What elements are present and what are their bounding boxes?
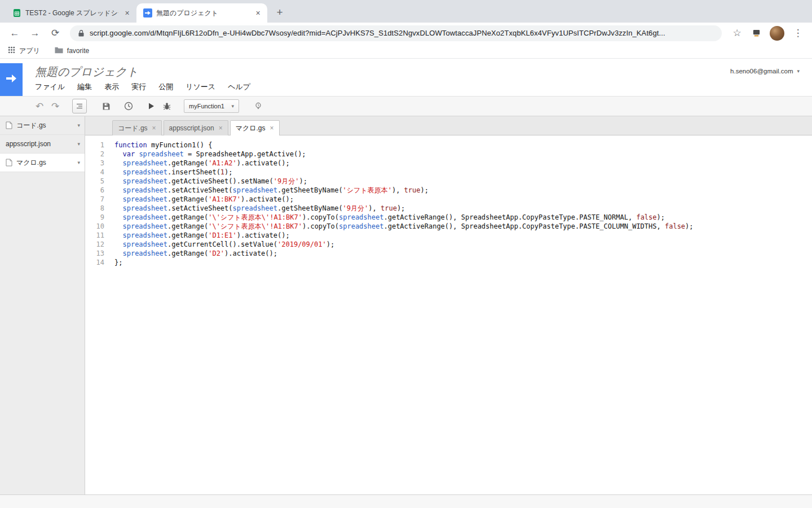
browser-menu-kebab-icon[interactable]: ⋮ xyxy=(790,25,806,41)
tab-close-icon[interactable]: × xyxy=(253,8,263,18)
code-line-1: 1function myFunction1() { xyxy=(85,141,812,150)
menu-bar: ファイル編集表示実行公開リソースヘルプ xyxy=(35,82,250,92)
bookmark-apps[interactable]: アプリ xyxy=(8,46,40,56)
browser-tab-1[interactable]: TEST2 - Google スプレッドシー× xyxy=(6,3,136,23)
forward-button[interactable]: → xyxy=(27,25,43,41)
code-line-9: 9 spreadsheet.getRange('\'シフト表原本\'!A1:BK… xyxy=(85,213,812,222)
editor-tab-label: appsscript.json xyxy=(169,124,214,132)
code-area[interactable]: 1function myFunction1() {2 var spreadshe… xyxy=(85,135,812,494)
code-line-12: 12 spreadsheet.getCurrentCell().setValue… xyxy=(85,240,812,249)
save-button[interactable] xyxy=(98,98,114,114)
address-bar[interactable]: script.google.com/d/MtqnFIjL6R12oDfn_e-U… xyxy=(70,25,722,41)
editor-tab-label: マクロ.gs xyxy=(236,124,266,133)
redo-button[interactable]: ↷ xyxy=(47,98,63,114)
code-editor: コード.gs×appsscript.json×マクロ.gs× 1function… xyxy=(85,116,812,494)
code-text: }; xyxy=(112,258,122,267)
back-button[interactable]: ← xyxy=(6,25,23,41)
tab-title: 無題のプロジェクト xyxy=(156,8,249,18)
triggers-clock-button[interactable] xyxy=(121,98,136,114)
profile-avatar[interactable] xyxy=(770,26,784,41)
chevron-down-icon[interactable]: ▾ xyxy=(77,160,80,165)
run-button[interactable] xyxy=(143,98,159,114)
code-text: function myFunction1() { xyxy=(112,141,212,150)
menu-item-2[interactable]: 編集 xyxy=(77,82,92,92)
menu-item-4[interactable]: 実行 xyxy=(131,82,146,92)
editor-tab-コード.gs[interactable]: コード.gs× xyxy=(112,120,162,135)
code-line-3: 3 spreadsheet.getRange('A1:A2').activate… xyxy=(85,159,812,168)
line-number: 2 xyxy=(85,150,112,159)
apps-script-favicon xyxy=(143,8,152,17)
tab-close-icon[interactable]: × xyxy=(219,124,223,132)
browser-tab-2[interactable]: 無題のプロジェクト× xyxy=(136,3,267,23)
lightbulb-icon[interactable] xyxy=(250,98,266,114)
code-text: spreadsheet.setActiveSheet(spreadsheet.g… xyxy=(112,204,405,213)
bookmarks-bar: アプリ favorite xyxy=(0,43,812,59)
selected-function-name: myFunction1 xyxy=(189,103,224,110)
sidebar-file-コード.gs[interactable]: コード.gs▾ xyxy=(0,116,85,135)
bookmark-folder-favorite[interactable]: favorite xyxy=(55,47,89,55)
file-name: マクロ.gs xyxy=(16,158,46,168)
chevron-down-icon[interactable]: ▾ xyxy=(77,122,80,128)
code-line-6: 6 spreadsheet.setActiveSheet(spreadsheet… xyxy=(85,186,812,195)
editor-tab-bar: コード.gs×appsscript.json×マクロ.gs× xyxy=(85,116,812,135)
sidebar-file-appsscript.json[interactable]: appsscript.json▾ xyxy=(0,135,85,154)
menu-item-6[interactable]: リソース xyxy=(186,82,215,92)
line-number: 4 xyxy=(85,168,112,177)
tab-close-icon[interactable]: × xyxy=(122,8,132,18)
file-icon xyxy=(6,121,12,129)
indentation-settings-button[interactable] xyxy=(72,99,87,113)
secure-lock-icon xyxy=(78,29,85,37)
apps-grid-icon xyxy=(8,46,15,55)
undo-button[interactable]: ↶ xyxy=(32,98,47,114)
editor-tab-マクロ.gs[interactable]: マクロ.gs× xyxy=(230,120,280,135)
file-icon xyxy=(6,159,12,167)
status-footer xyxy=(0,494,812,508)
account-menu[interactable]: h.seno06@gmail.com ▾ xyxy=(730,68,800,75)
code-line-7: 7 spreadsheet.getRange('A1:BK7').activat… xyxy=(85,195,812,204)
editor-body: コード.gs▾appsscript.json▾マクロ.gs▾ コード.gs×ap… xyxy=(0,116,812,494)
line-number: 9 xyxy=(85,213,112,222)
bookmark-star-icon[interactable]: ☆ xyxy=(729,25,745,41)
tab-close-icon[interactable]: × xyxy=(152,124,156,132)
menu-item-3[interactable]: 表示 xyxy=(104,82,119,92)
code-line-10: 10 spreadsheet.getRange('\'シフト表原本\'!A1:B… xyxy=(85,222,812,231)
code-line-5: 5 spreadsheet.getActiveSheet().setName('… xyxy=(85,177,812,186)
debug-bug-button[interactable] xyxy=(159,98,175,114)
menu-item-1[interactable]: ファイル xyxy=(35,82,65,92)
arrow-right-icon xyxy=(5,72,18,87)
project-title: 無題のプロジェクト xyxy=(35,64,138,80)
browser-toolbar: ← → ⟳ script.google.com/d/MtqnFIjL6R12oD… xyxy=(0,23,812,43)
sidebar-file-マクロ.gs[interactable]: マクロ.gs▾ xyxy=(0,154,85,172)
line-number: 11 xyxy=(85,231,112,240)
apps-script-header: 無題のプロジェクト h.seno06@gmail.com ▾ ファイル編集表示実… xyxy=(0,59,812,96)
bookmark-label: favorite xyxy=(67,47,89,55)
bookmark-label: アプリ xyxy=(19,46,40,56)
code-text: spreadsheet.getRange('D1:E1').activate()… xyxy=(112,231,290,240)
tab-close-icon[interactable]: × xyxy=(270,124,274,132)
function-selector-dropdown[interactable]: myFunction1 ▾ xyxy=(184,99,239,113)
chevron-down-icon: ▾ xyxy=(231,103,234,109)
line-number: 8 xyxy=(85,204,112,213)
tab-strip: TEST2 - Google スプレッドシー×無題のプロジェクト× + xyxy=(0,0,812,23)
line-number: 10 xyxy=(85,222,112,231)
code-text: spreadsheet.getRange('D2').activate(); xyxy=(112,249,277,258)
line-number: 12 xyxy=(85,240,112,249)
code-line-8: 8 spreadsheet.setActiveSheet(spreadsheet… xyxy=(85,204,812,213)
line-number: 14 xyxy=(85,258,112,267)
code-text: spreadsheet.getRange('\'シフト表原本\'!A1:BK7'… xyxy=(112,213,665,222)
chevron-down-icon[interactable]: ▾ xyxy=(77,141,80,147)
menu-item-5[interactable]: 公開 xyxy=(158,82,173,92)
code-text: spreadsheet.getCurrentCell().setValue('2… xyxy=(112,240,334,249)
account-email: h.seno06@gmail.com xyxy=(730,68,793,75)
line-number: 5 xyxy=(85,177,112,186)
extension-icon[interactable] xyxy=(748,25,764,41)
code-line-2: 2 var spreadsheet = SpreadsheetApp.getAc… xyxy=(85,150,812,159)
browser-window: TEST2 - Google スプレッドシー×無題のプロジェクト× + ← → … xyxy=(0,0,812,508)
editor-tab-appsscript.json[interactable]: appsscript.json× xyxy=(164,120,228,135)
menu-item-7[interactable]: ヘルプ xyxy=(228,82,250,92)
tab-title: TEST2 - Google スプレッドシー xyxy=(25,8,118,18)
file-name: appsscript.json xyxy=(6,140,51,148)
new-tab-button[interactable]: + xyxy=(272,5,288,20)
line-number: 13 xyxy=(85,249,112,258)
reload-button[interactable]: ⟳ xyxy=(47,25,64,41)
